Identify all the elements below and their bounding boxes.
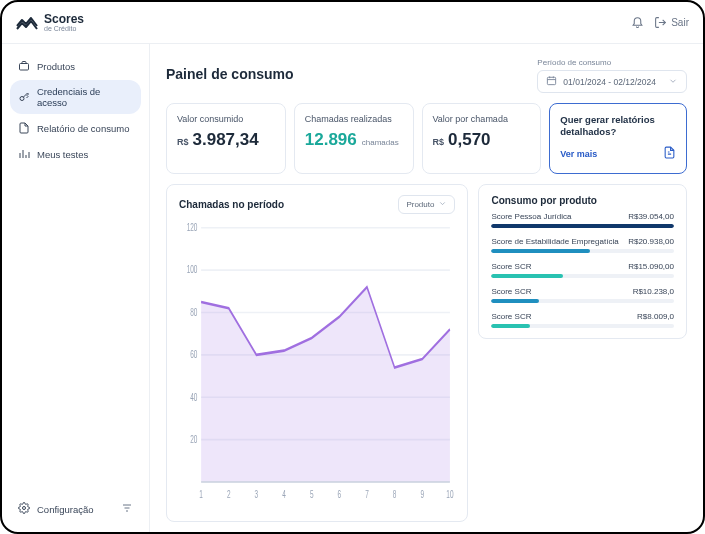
sidebar-item-label: Produtos <box>37 61 75 72</box>
metric-value: 12.896 <box>305 130 357 150</box>
document-icon <box>663 145 676 163</box>
sidebar-item-config[interactable]: Configuração <box>18 502 94 516</box>
gear-icon <box>18 502 30 516</box>
svg-point-2 <box>23 507 26 510</box>
select-label: Produto <box>406 200 434 209</box>
metric-valor-por-chamada: Valor por chamada R$ 0,570 <box>422 103 542 174</box>
consumo-item-name: Score SCR <box>491 312 531 321</box>
chevron-down-icon <box>438 199 447 210</box>
sidebar-item-produtos[interactable]: Produtos <box>10 54 141 78</box>
svg-text:20: 20 <box>190 433 197 445</box>
settings-label: Configuração <box>37 504 94 515</box>
sidebar-item-credenciais[interactable]: Credenciais de acesso <box>10 80 141 114</box>
metric-value: 3.987,34 <box>193 130 259 150</box>
logo-icon <box>16 16 38 30</box>
chart-area: 2040608010012012345678910 <box>179 218 455 511</box>
consumo-panel: Consumo por produto Score Pessoa Jurídic… <box>478 184 687 339</box>
svg-rect-6 <box>548 77 556 84</box>
consumo-bar <box>491 324 674 328</box>
consumo-item: Score Pessoa Jurídica R$39.054,00 <box>491 212 674 228</box>
currency-prefix: R$ <box>177 137 189 147</box>
chart-product-select[interactable]: Produto <box>398 195 455 214</box>
consumo-item: Score SCR R$15.090,00 <box>491 262 674 278</box>
filter-icon[interactable] <box>121 502 133 516</box>
consumo-item-value: R$8.009,0 <box>637 312 674 321</box>
svg-text:40: 40 <box>190 390 197 402</box>
consumo-item-value: R$15.090,00 <box>628 262 674 271</box>
svg-text:120: 120 <box>187 221 198 233</box>
consumo-bar <box>491 224 674 228</box>
consumo-item-value: R$20.938,00 <box>628 237 674 246</box>
metric-title: Chamadas realizadas <box>305 114 403 124</box>
sidebar-item-label: Relatório de consumo <box>37 123 129 134</box>
bars-icon <box>18 148 30 160</box>
sidebar-item-relatorio[interactable]: Relatório de consumo <box>10 116 141 140</box>
sidebar-item-meus-testes[interactable]: Meus testes <box>10 142 141 166</box>
consumo-item: Score SCR R$8.009,0 <box>491 312 674 328</box>
metric-title: Valor por chamada <box>433 114 531 124</box>
consumo-item-name: Score SCR <box>491 287 531 296</box>
consumo-item-value: R$10.238,0 <box>633 287 674 296</box>
svg-text:7: 7 <box>365 488 369 500</box>
sidebar: Produtos Credenciais de acesso Relatório… <box>2 44 150 532</box>
brand-name: Scores <box>44 13 84 25</box>
period-value: 01/01/2024 - 02/12/2024 <box>563 77 656 87</box>
logo: Scores de Crédito <box>16 13 84 32</box>
bell-icon[interactable] <box>631 15 644 30</box>
metric-valor-consumido: Valor consumido R$ 3.987,34 <box>166 103 286 174</box>
chart-title: Chamadas no período <box>179 199 284 210</box>
metric-chamadas-realizadas: Chamadas realizadas 12.896 chamadas <box>294 103 414 174</box>
svg-text:6: 6 <box>338 488 342 500</box>
consumo-bar <box>491 274 674 278</box>
svg-text:4: 4 <box>282 488 286 500</box>
currency-prefix: R$ <box>433 137 445 147</box>
period-select[interactable]: 01/01/2024 - 02/12/2024 <box>537 70 687 93</box>
svg-text:9: 9 <box>420 488 424 500</box>
cta-card: Quer gerar relatórios detalhados? Ver ma… <box>549 103 687 174</box>
svg-text:1: 1 <box>199 488 203 500</box>
logout-button[interactable]: Sair <box>654 16 689 29</box>
consumo-item: Score de Estabilidade Empregatícia R$20.… <box>491 237 674 253</box>
period-filter: Período de consumo 01/01/2024 - 02/12/20… <box>537 58 687 93</box>
consumo-item-name: Score SCR <box>491 262 531 271</box>
svg-text:60: 60 <box>190 348 197 360</box>
document-icon <box>18 122 30 134</box>
sidebar-item-label: Meus testes <box>37 149 88 160</box>
logout-label: Sair <box>671 17 689 28</box>
cta-title: Quer gerar relatórios detalhados? <box>560 114 676 139</box>
cta-link[interactable]: Ver mais <box>560 149 597 159</box>
consumo-title: Consumo por produto <box>491 195 674 206</box>
svg-text:80: 80 <box>190 306 197 318</box>
app-window: Scores de Crédito Sair Produtos <box>0 0 705 534</box>
consumo-item-name: Score Pessoa Jurídica <box>491 212 571 221</box>
consumo-bar <box>491 249 674 253</box>
chart-panel: Chamadas no período Produto 204060801001… <box>166 184 468 522</box>
svg-text:5: 5 <box>310 488 314 500</box>
svg-text:100: 100 <box>187 263 198 275</box>
svg-text:2: 2 <box>227 488 231 500</box>
consumo-item: Score SCR R$10.238,0 <box>491 287 674 303</box>
svg-text:10: 10 <box>446 488 453 500</box>
metric-value: 0,570 <box>448 130 491 150</box>
page-title: Painel de consumo <box>166 66 294 82</box>
briefcase-icon <box>18 60 30 72</box>
sidebar-item-label: Credenciais de acesso <box>37 86 133 108</box>
chevron-down-icon <box>668 76 678 88</box>
svg-rect-0 <box>20 64 29 71</box>
metric-suffix: chamadas <box>362 138 399 147</box>
brand-subtitle: de Crédito <box>44 25 84 32</box>
consumo-item-name: Score de Estabilidade Empregatícia <box>491 237 618 246</box>
calendar-icon <box>546 75 557 88</box>
main-content: Painel de consumo Período de consumo 01/… <box>150 44 703 532</box>
period-label: Período de consumo <box>537 58 611 67</box>
metric-title: Valor consumido <box>177 114 275 124</box>
consumo-bar <box>491 299 674 303</box>
topbar: Scores de Crédito Sair <box>2 2 703 44</box>
svg-text:3: 3 <box>255 488 259 500</box>
key-icon <box>18 91 30 103</box>
consumo-item-value: R$39.054,00 <box>628 212 674 221</box>
svg-text:8: 8 <box>393 488 397 500</box>
